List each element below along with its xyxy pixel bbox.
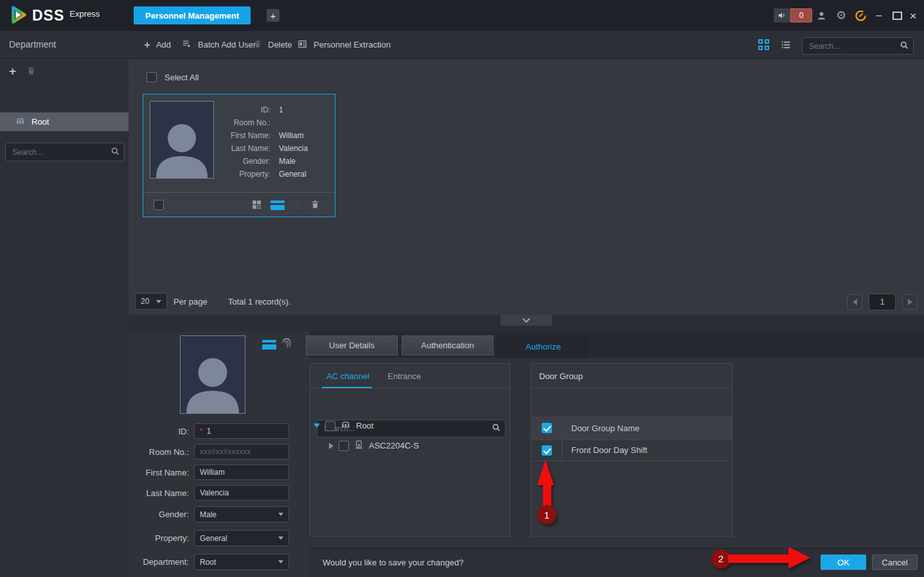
device-checkbox[interactable]: [339, 441, 349, 451]
access-card-icon[interactable]: [271, 200, 285, 210]
last-name-label: Last Name:: [129, 488, 189, 498]
brand-suffix: Express: [69, 9, 100, 19]
personnel-search[interactable]: [802, 37, 914, 55]
grid-view-button[interactable]: [758, 39, 769, 50]
property-select[interactable]: General: [194, 530, 289, 546]
search-icon: [900, 40, 909, 52]
person-card[interactable]: ID:1 Room No.: First Name:William Last N…: [143, 94, 335, 217]
fingerprint-icon[interactable]: [291, 199, 302, 212]
expand-arrow-icon[interactable]: [314, 423, 320, 428]
annotation-step-1: 1: [535, 460, 556, 524]
user-account-icon[interactable]: [815, 9, 828, 22]
select-all-checkbox[interactable]: [147, 72, 157, 82]
ac-channel-panel: AC channel Entrance Root ASC2204C-S: [310, 363, 510, 537]
active-subtab-underline: [322, 387, 372, 388]
root-checkbox[interactable]: [325, 421, 335, 431]
personnel-list-area: Select All ID:1 Room No.: First Name:Wil…: [129, 59, 924, 315]
tab-personnel-management[interactable]: Personnel Management: [134, 6, 251, 24]
tab-authentication[interactable]: Authentication: [402, 335, 493, 355]
annotation-step-2: 2: [711, 547, 810, 569]
personnel-extraction-label: Personnel Extraction: [314, 40, 391, 49]
card-field-value: Male: [279, 157, 296, 170]
room-field[interactable]: [194, 444, 289, 459]
ok-button[interactable]: OK: [821, 555, 866, 570]
tab-user-details[interactable]: User Details: [306, 335, 398, 355]
personnel-extraction-button[interactable]: Personnel Extraction: [297, 31, 391, 58]
panel-divider: [129, 315, 924, 332]
settings-gear-icon[interactable]: ⚙: [835, 9, 848, 22]
next-page-button[interactable]: [902, 294, 918, 310]
door-group-row-label: Front Door Day Shift: [571, 445, 648, 455]
department-search[interactable]: [5, 143, 125, 161]
card-field-label: ID:: [219, 105, 271, 118]
cancel-button[interactable]: Cancel: [872, 555, 918, 570]
room-label: Room No.:: [129, 447, 189, 457]
form-row-gender: Gender: Male: [129, 506, 289, 522]
access-card-icon[interactable]: [262, 340, 276, 350]
close-button[interactable]: ×: [907, 9, 920, 22]
chevron-right-icon: [908, 299, 912, 305]
speaker-icon: [774, 8, 790, 22]
subtab-ac-channel[interactable]: AC channel: [326, 371, 369, 381]
collapse-detail-button[interactable]: [501, 315, 552, 326]
prev-page-button[interactable]: [847, 294, 862, 310]
select-all-label: Select All: [164, 73, 199, 82]
batch-add-icon: [181, 39, 192, 51]
per-page-select[interactable]: 20: [135, 293, 167, 310]
door-group-row-checkbox[interactable]: [542, 445, 552, 456]
add-button[interactable]: + Add: [144, 31, 171, 58]
card-field-value: Valencia: [279, 144, 308, 157]
form-row-room: Room No.:: [129, 444, 289, 459]
sidebar-item-root[interactable]: Root: [0, 112, 129, 131]
add-department-icon[interactable]: +: [9, 64, 16, 78]
door-group-row[interactable]: Front Door Day Shift: [531, 439, 732, 461]
minimize-glyph: –: [876, 10, 882, 21]
alarm-indicator[interactable]: 0: [774, 8, 812, 22]
per-page-value: 20: [141, 297, 149, 306]
card-field-value: General: [279, 170, 307, 182]
delete-person-icon[interactable]: [310, 199, 320, 211]
qr-code-icon[interactable]: [251, 199, 262, 212]
step-1-badge: 1: [537, 505, 556, 524]
minimize-button[interactable]: –: [873, 9, 885, 22]
current-page-indicator: 1: [869, 294, 896, 310]
tree-node-root[interactable]: Root: [314, 420, 373, 431]
dahua-flame-icon[interactable]: [854, 9, 867, 22]
detail-person-photo[interactable]: [180, 335, 245, 414]
department-select[interactable]: Root: [194, 554, 289, 570]
delete-department-icon[interactable]: [26, 66, 36, 78]
new-tab-button[interactable]: +: [267, 9, 280, 22]
personnel-toolbar: + Add Batch Add User Delete Personnel Ex…: [129, 31, 924, 59]
batch-add-user-button[interactable]: Batch Add User: [181, 31, 256, 58]
gender-select[interactable]: Male: [194, 506, 289, 522]
form-row-last-name: Last Name:: [129, 485, 289, 501]
card-field-value: William: [279, 131, 304, 144]
door-group-column-header: Door Group Name: [571, 423, 639, 433]
id-field[interactable]: * 1: [194, 423, 289, 439]
chevron-down-icon: [278, 513, 283, 516]
tree-node-device[interactable]: ASC2204C-S: [329, 439, 419, 452]
maximize-button[interactable]: [891, 9, 903, 22]
fingerprint-icon[interactable]: [281, 337, 292, 350]
door-group-select-all-checkbox[interactable]: [542, 423, 552, 433]
per-page-label: Per page: [173, 297, 208, 306]
person-detail-section: ID: * 1 Room No.: First Name: Last Name:…: [129, 332, 924, 577]
subtab-entrance[interactable]: Entrance: [387, 371, 421, 381]
property-label: Property:: [129, 533, 189, 543]
delete-button[interactable]: Delete: [253, 31, 292, 58]
tree-node-label: Root: [356, 421, 373, 431]
department-search-input[interactable]: [6, 143, 124, 161]
door-group-panel: Door Group Door Group Name Front Door Da…: [531, 363, 733, 537]
gender-label: Gender:: [129, 510, 189, 519]
person-photo: [150, 101, 214, 179]
card-field-label: Property:: [219, 170, 271, 182]
card-select-checkbox[interactable]: [154, 200, 164, 210]
list-view-button[interactable]: [780, 39, 792, 52]
last-name-field[interactable]: [194, 485, 289, 501]
tab-authorize[interactable]: Authorize: [497, 335, 589, 358]
card-field-label: Room No.:: [219, 118, 271, 131]
personnel-search-input[interactable]: [803, 38, 913, 54]
first-name-field[interactable]: [194, 465, 289, 480]
expand-arrow-icon[interactable]: [329, 443, 333, 449]
add-label: Add: [156, 40, 171, 49]
